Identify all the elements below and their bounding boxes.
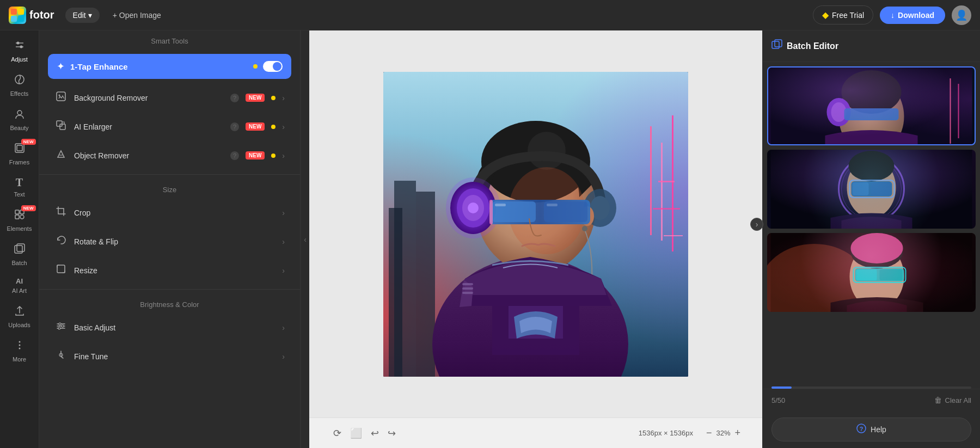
sidebar-item-batch[interactable]: Batch — [2, 238, 37, 271]
zoom-in-button[interactable]: + — [734, 427, 740, 439]
brightness-divider — [39, 289, 300, 290]
undo-button[interactable]: ↩ — [369, 425, 381, 441]
right-collapse-icon: › — [756, 220, 758, 229]
compare-button[interactable]: ⬜ — [348, 425, 364, 441]
svg-rect-14 — [15, 215, 19, 219]
zoom-out-button[interactable]: − — [706, 427, 712, 439]
beauty-icon — [14, 108, 26, 122]
ai-enlarger-label: AI Enlarger — [74, 122, 224, 131]
svg-rect-68 — [771, 67, 972, 145]
ai-art-label: AI Art — [12, 287, 27, 294]
svg-rect-16 — [15, 246, 22, 253]
canvas-bottom: ⟳ ⬜ ↩ ↪ 1536px × 1536px − 32% + — [309, 418, 762, 448]
basic-adjust-arrow: › — [282, 323, 285, 332]
enhance-button[interactable]: ✦ 1-Tap Enhance — [48, 54, 291, 79]
svg-rect-36 — [650, 126, 652, 235]
free-trial-button[interactable]: ◆ Free Trial — [813, 5, 873, 24]
collapse-icon: ‹ — [304, 235, 307, 244]
tool-basic-adjust[interactable]: Basic Adjust › — [44, 314, 296, 341]
redo-button[interactable]: ↪ — [385, 425, 398, 441]
right-panel-collapse-button[interactable]: › — [750, 218, 763, 231]
help-button[interactable]: ? Help — [771, 418, 971, 441]
svg-rect-39 — [658, 181, 675, 182]
clear-all-button[interactable]: 🗑 Clear All — [934, 396, 971, 404]
logo-text: fotor — [29, 9, 54, 21]
svg-point-26 — [59, 323, 61, 325]
svg-point-27 — [62, 325, 64, 327]
bg-remover-icon — [54, 91, 68, 105]
download-button[interactable]: ↓ Download — [880, 7, 945, 24]
svg-rect-86 — [771, 233, 972, 312]
size-title: Size — [39, 179, 300, 198]
history-back-button[interactable]: ⟳ — [331, 425, 344, 441]
tool-crop[interactable]: Crop › — [44, 199, 296, 226]
smart-tools-title: Smart Tools — [39, 30, 300, 50]
svg-point-72 — [827, 98, 851, 126]
ai-enlarger-help[interactable]: ? — [230, 122, 239, 131]
sidebar-item-text[interactable]: T Text — [2, 172, 37, 202]
bg-remover-help[interactable]: ? — [230, 94, 239, 102]
resize-icon — [54, 263, 68, 277]
batch-editor-title: Batch Editor — [787, 41, 838, 51]
tool-fine-tune[interactable]: Fine Tune › — [44, 343, 296, 370]
svg-point-9 — [17, 111, 22, 115]
more-label: More — [13, 356, 26, 363]
sidebar-item-ai-art[interactable]: AI AI Art — [2, 273, 37, 298]
avatar[interactable]: 👤 — [952, 5, 971, 25]
svg-rect-0 — [11, 9, 17, 15]
svg-point-22 — [59, 95, 60, 96]
tool-rotate[interactable]: Rotate & Flip › — [44, 228, 296, 255]
fine-tune-icon — [54, 349, 68, 363]
object-remover-dot — [271, 154, 275, 158]
object-remover-help[interactable]: ? — [230, 151, 239, 160]
sidebar-item-adjust[interactable]: Adjust — [2, 35, 37, 67]
sidebar-item-uploads[interactable]: Uploads — [2, 300, 37, 333]
batch-label: Batch — [11, 260, 27, 266]
open-image-button[interactable]: + Open Image — [106, 8, 168, 23]
svg-point-79 — [842, 159, 902, 219]
right-panel-header: Batch Editor — [763, 30, 980, 62]
main-layout: Adjust Effects Beauty NEW — [0, 30, 980, 448]
sidebar-item-effects[interactable]: Effects — [2, 69, 37, 101]
edit-button[interactable]: Edit ▾ — [65, 8, 100, 23]
sidebar-item-more[interactable]: More — [2, 335, 37, 367]
svg-point-28 — [58, 327, 60, 329]
batch-image-1[interactable] — [767, 66, 976, 145]
panel-collapse-button[interactable]: ‹ — [301, 30, 309, 448]
svg-rect-64 — [462, 287, 473, 290]
enhance-toggle[interactable] — [263, 61, 283, 72]
svg-point-18 — [19, 341, 20, 343]
batch-image-2[interactable] — [767, 150, 976, 229]
svg-rect-1 — [18, 9, 24, 15]
diamond-icon: ◆ — [822, 10, 829, 20]
batch-image-3[interactable] — [767, 233, 976, 312]
svg-rect-61 — [489, 200, 493, 224]
svg-rect-65 — [462, 292, 473, 294]
crop-label: Crop — [74, 208, 275, 217]
logo-icon — [9, 7, 26, 24]
svg-rect-37 — [661, 143, 663, 241]
rotate-label: Rotate & Flip — [74, 237, 275, 246]
tool-background-remover[interactable]: Background Remover ? NEW › — [44, 84, 296, 111]
svg-rect-84 — [871, 182, 891, 195]
effects-label: Effects — [10, 90, 28, 97]
object-remover-icon — [54, 149, 68, 162]
svg-point-15 — [20, 215, 24, 219]
help-circle-icon: ? — [856, 424, 866, 435]
text-label: Text — [14, 191, 24, 198]
bg-remover-new-tag: NEW — [246, 94, 265, 102]
tool-object-remover[interactable]: Object Remover ? NEW › — [44, 142, 296, 169]
help-label: Help — [871, 425, 886, 434]
tool-ai-enlarger[interactable]: AI Enlarger ? NEW › — [44, 113, 296, 140]
canvas-image — [383, 72, 688, 377]
object-remover-new-tag: NEW — [246, 151, 265, 159]
sidebar-item-beauty[interactable]: Beauty — [2, 103, 37, 136]
image-size: 1536px × 1536px — [639, 429, 693, 437]
sidebar-item-elements[interactable]: NEW Elements — [2, 204, 37, 236]
svg-rect-11 — [17, 145, 22, 151]
sidebar-item-frames[interactable]: NEW Frames — [2, 138, 37, 170]
uploads-icon — [14, 305, 26, 320]
tool-resize[interactable]: Resize › — [44, 257, 296, 284]
brightness-title: Brightness & Color — [39, 294, 300, 313]
svg-rect-17 — [17, 244, 24, 251]
